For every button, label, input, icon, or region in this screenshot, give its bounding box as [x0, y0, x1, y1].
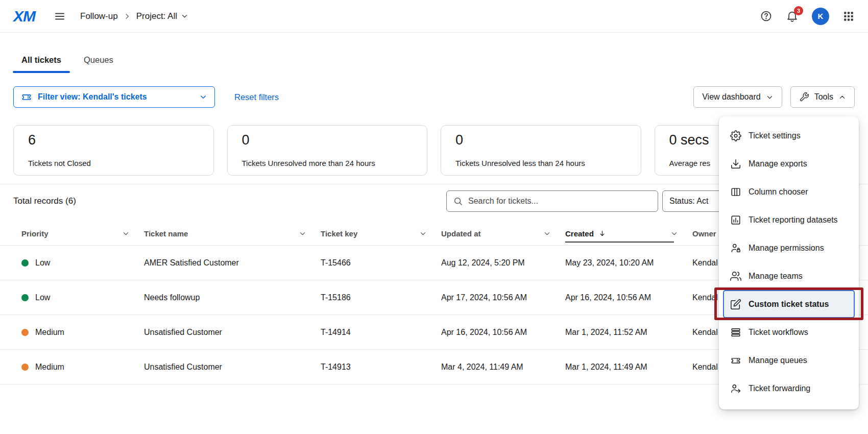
- tab-all-tickets[interactable]: All tickets: [21, 55, 61, 73]
- edit-icon: [730, 299, 741, 310]
- ticket-name-cell: AMER Satisfied Customer: [144, 258, 321, 268]
- chevron-up-icon: [838, 93, 846, 101]
- menu-item-ticket-reporting-datasets[interactable]: Ticket reporting datasets: [723, 206, 855, 234]
- menu-item-label: Ticket settings: [749, 131, 801, 140]
- updated-at-cell: Apr 17, 2024, 10:56 AM: [441, 293, 565, 302]
- view-dashboard-button[interactable]: View dashboard: [693, 86, 782, 108]
- download-icon: [730, 158, 741, 170]
- stat-value: 6: [28, 132, 203, 148]
- view-dashboard-label: View dashboard: [702, 92, 760, 102]
- notifications-bell[interactable]: 3: [786, 10, 799, 22]
- menu-item-column-chooser[interactable]: Column chooser: [723, 178, 855, 206]
- priority-label: Medium: [35, 363, 64, 372]
- column-label: Owner: [692, 229, 716, 238]
- created-cell: Apr 16, 2024, 10:56 AM: [565, 293, 692, 302]
- column-header-ticket-name[interactable]: Ticket name: [144, 229, 321, 238]
- topbar: XM Follow-up Project: All 3 K: [0, 0, 868, 33]
- ticket-key-cell: T-15466: [321, 258, 441, 268]
- menu-item-ticket-workflows[interactable]: Ticket workflows: [723, 318, 855, 346]
- status-filter-label: Status: Act: [669, 197, 708, 206]
- columns-icon: [730, 186, 741, 198]
- wrench-icon: [799, 92, 809, 102]
- chevron-down-icon: [181, 12, 188, 20]
- stat-label: Tickets not Closed: [28, 159, 203, 167]
- stat-card-unresolved-less-24h: 0 Tickets Unresolved less than 24 hours: [441, 125, 641, 176]
- column-header-priority[interactable]: Priority: [13, 229, 144, 238]
- priority-cell: Medium: [13, 328, 144, 337]
- reset-filters-link[interactable]: Reset filters: [234, 92, 279, 102]
- ticket-icon: [21, 91, 32, 103]
- updated-at-cell: Aug 12, 2024, 5:20 PM: [441, 258, 565, 268]
- menu-item-label: Ticket forwarding: [749, 384, 810, 393]
- created-cell: Mar 1, 2024, 11:52 AM: [565, 328, 692, 337]
- column-header-created[interactable]: Created: [565, 229, 692, 238]
- breadcrumb-project-label: Project: All: [136, 11, 177, 21]
- menu-item-custom-ticket-status[interactable]: Custom ticket status: [723, 290, 855, 318]
- topbar-actions: 3 K: [760, 8, 855, 25]
- tab-queues[interactable]: Queues: [84, 55, 113, 73]
- user-avatar[interactable]: K: [812, 8, 829, 25]
- menu-item-ticket-forwarding[interactable]: Ticket forwarding: [723, 374, 855, 402]
- chevron-down-icon[interactable]: [670, 230, 678, 237]
- menu-item-manage-exports[interactable]: Manage exports: [723, 150, 855, 178]
- breadcrumb: Follow-up Project: All: [80, 11, 188, 21]
- menu-item-label: Manage queues: [749, 356, 807, 365]
- help-icon[interactable]: [760, 10, 773, 22]
- priority-label: Low: [35, 258, 50, 268]
- ticket-name-cell: Unsatisfied Customer: [144, 363, 321, 372]
- search-input[interactable]: [468, 197, 652, 206]
- updated-at-cell: Apr 16, 2024, 10:56 AM: [441, 328, 565, 337]
- stat-card-unresolved-more-24h: 0 Tickets Unresolved more than 24 hours: [227, 125, 428, 176]
- gear-icon: [730, 130, 741, 141]
- tools-dropdown-menu: Ticket settings Manage exports Column ch…: [719, 116, 859, 409]
- filter-row-actions: View dashboard Tools: [693, 86, 855, 108]
- menu-item-label: Manage exports: [749, 159, 807, 168]
- chevron-down-icon[interactable]: [122, 230, 130, 237]
- menu-item-label: Ticket workflows: [749, 328, 808, 337]
- chevron-down-icon[interactable]: [543, 230, 551, 237]
- notification-count-badge: 3: [794, 6, 803, 15]
- stack-icon: [730, 327, 741, 338]
- updated-at-cell: Mar 4, 2024, 11:49 AM: [441, 363, 565, 372]
- stat-value: 0: [242, 132, 417, 148]
- filter-view-dropdown[interactable]: Filter view: Kendall's tickets: [13, 86, 215, 108]
- filter-view-label: Filter view: Kendall's tickets: [38, 92, 147, 102]
- hamburger-menu-icon[interactable]: [54, 10, 66, 22]
- priority-dot: [21, 329, 29, 336]
- column-label: Created: [565, 229, 594, 238]
- menu-item-manage-teams[interactable]: Manage teams: [723, 262, 855, 290]
- chevron-down-icon: [766, 93, 774, 101]
- stat-value: 0: [455, 132, 631, 148]
- chevron-down-icon: [199, 93, 207, 101]
- tools-label: Tools: [814, 92, 833, 102]
- person-lock-icon: [730, 243, 741, 254]
- menu-item-manage-permissions[interactable]: Manage permissions: [723, 234, 855, 262]
- tools-button[interactable]: Tools: [790, 86, 855, 108]
- priority-cell: Low: [13, 293, 144, 302]
- sort-descending-icon: [598, 230, 606, 237]
- stat-card-not-closed: 6 Tickets not Closed: [13, 125, 214, 176]
- total-records-label: Total records (6): [13, 196, 76, 206]
- priority-dot: [21, 294, 29, 301]
- priority-label: Low: [35, 293, 50, 302]
- column-label: Priority: [21, 229, 49, 238]
- menu-item-label: Column chooser: [749, 187, 808, 197]
- column-header-ticket-key[interactable]: Ticket key: [321, 229, 441, 238]
- menu-item-ticket-settings[interactable]: Ticket settings: [723, 122, 855, 150]
- created-cell: Mar 1, 2024, 11:49 AM: [565, 363, 692, 372]
- created-cell: May 23, 2024, 10:20 AM: [565, 258, 692, 268]
- column-label: Ticket name: [144, 229, 188, 238]
- xm-logo[interactable]: XM: [13, 8, 35, 25]
- app-grid-icon[interactable]: [842, 10, 855, 22]
- chevron-down-icon[interactable]: [299, 230, 306, 237]
- column-header-updated-at[interactable]: Updated at: [441, 229, 565, 238]
- menu-item-label: Manage permissions: [749, 244, 824, 253]
- chevron-down-icon[interactable]: [419, 230, 427, 237]
- column-label: Updated at: [441, 229, 481, 238]
- breadcrumb-project-dropdown[interactable]: Project: All: [136, 11, 188, 21]
- column-label: Ticket key: [321, 229, 357, 238]
- filter-row: Filter view: Kendall's tickets Reset fil…: [0, 86, 868, 108]
- breadcrumb-followup[interactable]: Follow-up: [80, 11, 118, 21]
- stat-label: Tickets Unresolved more than 24 hours: [242, 159, 417, 167]
- menu-item-manage-queues[interactable]: Manage queues: [723, 346, 855, 374]
